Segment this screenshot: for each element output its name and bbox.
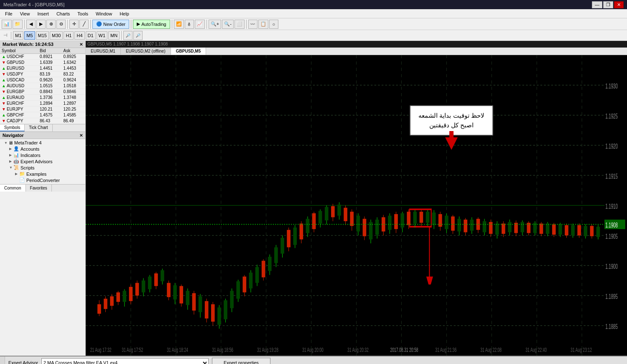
titlebar-controls[interactable]: — ❐ ✕ — [592, 1, 624, 8]
maximize-button[interactable]: ❐ — [603, 1, 613, 8]
period-h4[interactable]: H4 — [74, 31, 84, 40]
svg-text:31 Aug 22:08: 31 Aug 22:08 — [480, 346, 502, 353]
symbol-cell: ▲USDCAD — [0, 77, 38, 83]
chart-type-line[interactable]: 📈 — [195, 20, 205, 29]
toolbar-separator4 — [131, 20, 131, 29]
menu-tools[interactable]: Tools — [74, 10, 92, 17]
indicators-button[interactable]: 〰 — [248, 20, 257, 29]
menu-insert[interactable]: Insert — [34, 10, 52, 17]
market-watch-row[interactable]: ▲EURUSD 1.4451 1.4453 — [0, 66, 85, 71]
market-watch-row[interactable]: ▲USDCAD 0.9620 0.9624 — [0, 77, 85, 83]
autotrading-button[interactable]: ▶ AutoTrading — [133, 20, 170, 29]
tab-common[interactable]: Common — [0, 185, 26, 192]
expert-properties-button[interactable]: Expert properties — [212, 358, 270, 364]
market-watch-row[interactable]: ▲EURAUD 1.3736 1.3748 — [0, 95, 85, 101]
svg-rect-91 — [312, 213, 316, 229]
tab-gbpusd-m5[interactable]: GBPUSD,M5 — [171, 48, 206, 55]
menu-view[interactable]: View — [17, 10, 33, 17]
menu-help[interactable]: Help — [116, 10, 133, 17]
market-watch-row[interactable]: ▲GBPCHF 1.4575 1.4585 — [0, 112, 85, 118]
svg-rect-142 — [464, 220, 467, 232]
nav-expand-indicators: ▶ — [9, 153, 13, 157]
forward-button[interactable]: ▶ — [36, 20, 46, 29]
svg-rect-117 — [394, 214, 398, 229]
objects-button[interactable]: ○ — [269, 20, 278, 29]
period-h1[interactable]: H1 — [64, 31, 74, 40]
period-m5[interactable]: M5 — [24, 31, 35, 40]
crosshair-button[interactable]: ✛ — [69, 20, 79, 29]
zoom-out2[interactable]: 🔍- — [222, 20, 234, 29]
period-d1[interactable]: D1 — [86, 31, 96, 40]
period-w1[interactable]: W1 — [97, 31, 108, 40]
back-button[interactable]: ◀ — [26, 20, 36, 29]
nav-item-metatrader4[interactable]: ▼ 🖥 MetaTrader 4 — [0, 140, 85, 146]
svg-rect-77 — [268, 257, 272, 271]
nav-item-examples[interactable]: ▶ 📁 Examples — [0, 171, 85, 177]
bid-cell: 120.21 — [38, 106, 62, 112]
nav-item-period-converter[interactable]: 📄 PeriodConverter — [0, 177, 85, 183]
ask-cell: 1.3748 — [61, 95, 85, 101]
bid-cell: 1.2894 — [38, 101, 62, 106]
market-watch-row[interactable]: ▲USDCHF 0.8921 0.8925 — [0, 54, 85, 60]
svg-rect-59 — [211, 304, 215, 322]
chart-canvas[interactable]: 1.1930 1.1925 1.1920 1.1915 1.1910 1.190… — [86, 55, 627, 356]
expert-advisor-select[interactable]: 2 MA Crosses Mega filter EA V1.ex4 — [41, 358, 209, 364]
svg-rect-148 — [483, 221, 487, 233]
main-toolbar: 📊 📁 ◀ ▶ ⊕ ⊖ ✛ ╱ 🔵 New Order ▶ AutoTradin… — [0, 18, 627, 30]
tab-tick-chart[interactable]: Tick Chart — [25, 124, 52, 131]
ask-cell: 0.8925 — [61, 54, 85, 60]
fit-chart[interactable]: ⬜ — [234, 20, 245, 29]
period-m15[interactable]: M15 — [36, 31, 49, 40]
toolbar-separator — [24, 20, 25, 29]
market-watch-title: Market Watch: 16:24:53 — [3, 42, 54, 47]
line-button[interactable]: ╱ — [79, 20, 89, 29]
svg-rect-150 — [489, 222, 493, 234]
period-m30[interactable]: M30 — [50, 31, 63, 40]
zoom-in-button[interactable]: ⊕ — [46, 20, 56, 29]
svg-rect-45 — [167, 283, 171, 297]
chart-info-header: GBPUSD,M5 1.1907 1.1908 1.1907 1.1908 — [86, 41, 627, 48]
zoom-in2[interactable]: 🔍+ — [209, 20, 221, 29]
zoom-chart-1[interactable]: 🔎 — [123, 31, 133, 40]
tab-eurusd-m1[interactable]: EURUSD,M1 — [86, 48, 121, 55]
templates-button[interactable]: 📋 — [258, 20, 268, 29]
navigator-close[interactable]: ✕ — [79, 133, 83, 138]
nav-expand-ea: ▶ — [9, 159, 13, 163]
period-toolbar: ⊣ M1 M5 M15 M30 H1 H4 D1 W1 MN 🔎 🔎 — [0, 30, 627, 41]
zoom-out-button[interactable]: ⊖ — [56, 20, 66, 29]
market-watch-row[interactable]: ▼GBPUSD 1.6339 1.6342 — [0, 60, 85, 66]
chart-type-bar[interactable]: 📶 — [174, 20, 184, 29]
open-button[interactable]: 📁 — [13, 20, 23, 29]
market-watch-row[interactable]: ▼USDJPY 83.19 83.22 — [0, 71, 85, 77]
nav-item-accounts[interactable]: ▶ 👤 Accounts — [0, 146, 85, 152]
market-watch-panel: Market Watch: 16:24:53 ✕ Symbol Bid Ask … — [0, 41, 85, 132]
bid-cell: 1.0515 — [38, 83, 62, 89]
market-watch-row[interactable]: ▼EURJPY 120.21 120.25 — [0, 106, 85, 112]
tab-favorites[interactable]: Favorites — [26, 185, 52, 192]
nav-item-indicators[interactable]: ▶ 📊 Indicators — [0, 152, 85, 158]
zoom-chart-2[interactable]: 🔎 — [133, 31, 143, 40]
new-chart-button[interactable]: 📊 — [2, 20, 12, 29]
nav-item-expert-advisors[interactable]: ▶ 🤖 Expert Advisors — [0, 158, 85, 164]
minimize-button[interactable]: — — [592, 1, 602, 8]
bid-cell: 0.9620 — [38, 77, 62, 83]
market-watch-row[interactable]: ▼CADJPY 86.43 86.49 — [0, 118, 85, 124]
market-watch-close[interactable]: ✕ — [79, 42, 83, 47]
svg-rect-53 — [192, 293, 196, 311]
market-watch-row[interactable]: ▼EURGBP 0.8843 0.8846 — [0, 89, 85, 95]
tab-eurusd-m2[interactable]: EURUSD,M2 (offline) — [121, 48, 171, 55]
tab-symbols[interactable]: Symbols — [0, 124, 25, 131]
nav-item-scripts[interactable]: ▼ 📜 Scripts — [0, 164, 85, 171]
chart-type-candle[interactable]: 🕯 — [185, 20, 194, 29]
close-button[interactable]: ✕ — [614, 1, 624, 8]
menu-charts[interactable]: Charts — [53, 10, 73, 17]
market-watch-row[interactable]: ▼EURCHF 1.2894 1.2897 — [0, 101, 85, 106]
new-order-button[interactable]: 🔵 New Order — [92, 20, 129, 29]
menu-file[interactable]: File — [2, 10, 16, 17]
market-watch-row[interactable]: ▲AUDUSD 1.0515 1.0518 — [0, 83, 85, 89]
menu-window[interactable]: Window — [92, 10, 115, 17]
period-mn[interactable]: MN — [108, 31, 120, 40]
period-m1[interactable]: M1 — [13, 31, 23, 40]
accounts-icon: 👤 — [13, 146, 19, 152]
svg-rect-31 — [122, 291, 126, 302]
